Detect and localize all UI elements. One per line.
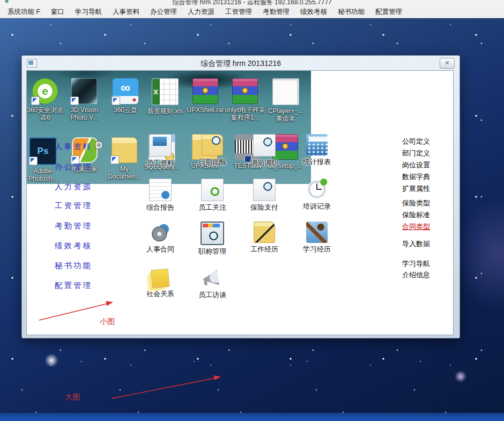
blank-file-icon <box>272 78 299 105</box>
employee-data-icon <box>149 134 172 157</box>
app-item-employee-follow[interactable]: 员工关注 <box>188 179 236 212</box>
app-item-label: 员工资料 <box>136 158 184 168</box>
menubar-item-learning-nav[interactable]: 学习导航 <box>70 6 107 18</box>
right-link-extended-attributes[interactable]: 扩展属性 <box>402 184 440 194</box>
app-spark-icon: ❖ <box>4 0 9 4</box>
menubar-item-performance[interactable]: 绩效考核 <box>295 6 332 18</box>
app-item-work-history[interactable]: 工作经历 <box>240 221 288 254</box>
app-item-title-management[interactable]: 职称管理 <box>188 221 236 256</box>
desktop-icon-label: 360云盘 <box>105 106 146 114</box>
icon-glyph: X <box>152 79 178 105</box>
menubar-item-system[interactable]: 系统功能 F <box>2 6 46 18</box>
menubar-item-config[interactable]: 配置管理 <box>370 6 407 18</box>
notes-icon <box>151 269 170 289</box>
desktop-icon-label: UPXShell.rar <box>185 106 226 114</box>
insurance-payment-icon <box>253 179 276 201</box>
folder-icon <box>112 137 137 163</box>
right-link-data-dictionary[interactable]: 数据字典 <box>402 172 440 182</box>
desktop-icon-360-cloud[interactable]: ∞ 360云盘 <box>105 78 146 114</box>
left-menu-item-secretary[interactable]: 秘书功能 <box>55 261 106 271</box>
desktop-icon-onlyit-scale[interactable]: onlyit电子秤采集程序1... <box>225 78 265 121</box>
desktop-icon-upxshell-rar[interactable]: UPXShell.rar <box>185 78 226 114</box>
app-item-label: 社会关系 <box>136 289 184 299</box>
hrm-window: 综合管理 hrm 20131216 ✕ e 360安全浏览器6 3D Visio… <box>21 55 460 338</box>
main-menubar: 系统功能 F 窗口 学习导航 人事资料 办公管理 人力资源 工资管理 考勤管理 … <box>0 6 504 18</box>
right-link-import-data[interactable]: 导入数据 <box>402 239 440 249</box>
transfer-icon <box>253 134 276 157</box>
app-item-transfer[interactable]: 调岗调职 <box>240 134 288 168</box>
right-link-insurance-type[interactable]: 保险类型 <box>402 198 440 208</box>
shortcut-arrow-icon <box>110 156 119 164</box>
menubar-item-hr[interactable]: 人力资源 <box>182 6 220 18</box>
shortcut-arrow-icon <box>31 97 40 105</box>
megaphone-icon <box>202 267 223 289</box>
app-item-training-record[interactable]: 培训记录 <box>293 179 341 211</box>
desktop-icon-3d-vision[interactable]: 3D Vision Photo V... <box>64 78 105 121</box>
calculator-icon <box>306 134 328 156</box>
right-link-position-setup[interactable]: 岗位设置 <box>402 160 440 170</box>
app-item-label: 日期提醒 <box>188 157 236 167</box>
right-link-learning-nav[interactable]: 学习导航 <box>402 259 440 269</box>
left-menu-item-attendance[interactable]: 考勤管理 <box>55 221 106 231</box>
desktop-icon-label: onlyit电子秤采集程序1... <box>225 106 265 121</box>
app-item-label: 统计报表 <box>293 157 341 167</box>
app-item-employee-data[interactable]: 员工资料 <box>136 134 184 168</box>
right-link-insurance-standard[interactable]: 保险标准 <box>402 210 440 220</box>
right-link-company-define[interactable]: 公司定义 <box>402 137 440 146</box>
app-item-comprehensive-report[interactable]: 综合报告 <box>136 179 184 212</box>
follow-icon <box>201 179 224 201</box>
winrar-archive-icon <box>192 78 218 104</box>
bright-star <box>42 351 61 370</box>
menubar-item-window[interactable]: 窗口 <box>46 6 70 18</box>
menubar-item-personnel-data[interactable]: 人事资料 <box>107 6 145 18</box>
left-menu-item-salary[interactable]: 工资管理 <box>55 201 106 211</box>
window-content: e 360安全浏览器6 3D Vision Photo V... ∞ 360云盘… <box>26 70 454 335</box>
desktop-icon-label: 3D Vision Photo V... <box>64 106 105 121</box>
left-menu-item-performance[interactable]: 绩效考核 <box>55 241 106 251</box>
desktop-icon-salary-xls[interactable]: X 薪资规则.xls <box>145 78 186 115</box>
app-item-social-relations[interactable]: 社会关系 <box>136 267 184 299</box>
menubar-item-secretary[interactable]: 秘书功能 <box>332 6 370 18</box>
right-link-intro-info[interactable]: 介绍信息 <box>402 270 440 280</box>
background-window-title: 综合管理 hrm 20131216 - 远程服务 192.168.0.255.7… <box>172 0 332 6</box>
app-item-insurance-payment[interactable]: 保险支付 <box>240 179 288 212</box>
right-link-department-define[interactable]: 部门定义 <box>402 149 440 158</box>
app-item-label: 调岗调职 <box>240 158 288 168</box>
shortcut-arrow-icon <box>70 97 79 105</box>
photo-viewer-icon <box>71 78 97 104</box>
background-window-titlebar[interactable]: ❖ 综合管理 hrm 20131216 - 远程服务 192.168.0.255… <box>0 0 504 6</box>
left-menu-item-config[interactable]: 配置管理 <box>55 280 106 291</box>
app-item-label: 学习经历 <box>293 245 341 254</box>
close-button[interactable]: ✕ <box>440 58 455 69</box>
app-item-label: 保险支付 <box>240 203 288 212</box>
window-titlebar[interactable]: 综合管理 hrm 20131216 ✕ <box>22 56 459 70</box>
menubar-item-attendance[interactable]: 考勤管理 <box>257 6 295 18</box>
desktop-icon-label: 360安全浏览器6 <box>26 106 65 121</box>
menubar-item-office-mgmt[interactable]: 办公管理 <box>145 6 182 18</box>
window-title: 综合管理 hrm 20131216 <box>22 59 459 69</box>
left-menu-item-office[interactable]: 办公管理 <box>55 162 106 172</box>
gear-icon <box>150 221 171 243</box>
cloud-drive-icon: ∞ <box>113 78 138 104</box>
shortcut-arrow-icon <box>112 97 120 105</box>
app-item-date-reminder[interactable]: 日期提醒 <box>188 134 236 167</box>
excel-file-icon: X <box>152 78 179 105</box>
screen: ❖ 综合管理 hrm 20131216 - 远程服务 192.168.0.255… <box>0 0 504 421</box>
left-menu-item-hr[interactable]: 人力资源 <box>55 182 106 192</box>
winrar-archive-icon <box>232 78 258 104</box>
app-item-hr-contract[interactable]: 人事合同 <box>136 221 184 254</box>
app-item-label: 职称管理 <box>188 247 236 256</box>
app-item-label: 员工访谈 <box>188 290 236 300</box>
app-item-label: 综合报告 <box>136 203 184 212</box>
report-icon <box>149 179 172 201</box>
app-item-employee-interview[interactable]: 员工访谈 <box>188 267 236 300</box>
app-item-education-history[interactable]: 学习经历 <box>293 221 341 254</box>
desktop-icon-label: 薪资规则.xls <box>145 107 186 115</box>
desktop-icon-cplayer[interactable]: CPlayer+_... 重命名 <box>265 78 306 122</box>
bright-star <box>452 368 469 385</box>
menubar-item-salary[interactable]: 工资管理 <box>220 6 257 18</box>
desktop-icon-360-browser[interactable]: e 360安全浏览器6 <box>26 78 65 121</box>
right-link-contract-type[interactable]: 合同类型 <box>402 222 440 232</box>
date-reminder-icon <box>202 134 223 156</box>
app-item-statistics-report[interactable]: 统计报表 <box>293 134 341 167</box>
